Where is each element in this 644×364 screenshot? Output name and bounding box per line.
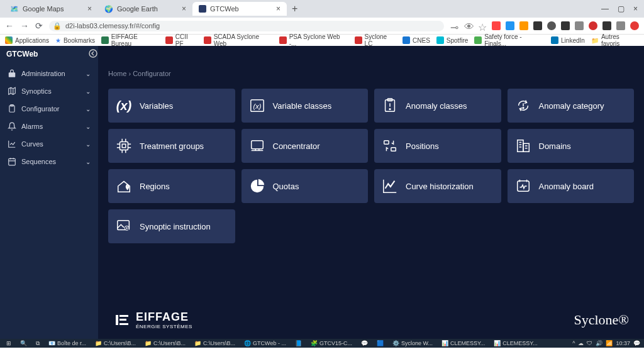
tab-google-earth[interactable]: 🌍 Google Earth × <box>98 2 192 16</box>
task-view-icon[interactable]: ⧉ <box>33 340 42 347</box>
taskbar-item[interactable]: 🌐GTCWeb - ... <box>242 340 289 346</box>
star-icon[interactable]: ☆ <box>478 21 487 30</box>
card-positions[interactable]: Positions <box>374 129 501 163</box>
card-variable-classes[interactable]: (x) Variable classes <box>242 89 369 123</box>
bookmark-psa[interactable]: PSA Syclone Web -... <box>279 33 348 47</box>
building-icon <box>515 138 531 154</box>
ext-icon[interactable] <box>616 21 625 30</box>
taskbar-item[interactable]: 🟦 <box>374 340 386 346</box>
tab-google-maps[interactable]: 🗺️ Google Maps × <box>4 2 98 16</box>
tray-icon[interactable]: ☁ <box>578 340 584 346</box>
clock[interactable]: 10:37 <box>616 340 630 346</box>
start-button[interactable]: ⊞ <box>4 340 14 346</box>
bookmark-scada[interactable]: SCADA Syclone Web <box>204 33 273 47</box>
close-icon[interactable]: × <box>87 4 92 13</box>
bookmark-safety[interactable]: Safety force - Finals... <box>474 33 545 47</box>
image-search-icon <box>116 218 132 234</box>
close-icon[interactable]: × <box>276 4 280 13</box>
taskbar-item[interactable]: 📧Boîte de r... <box>46 340 89 346</box>
notifications-icon[interactable]: 💬 <box>633 340 640 346</box>
back-button[interactable]: ← <box>5 21 14 31</box>
card-label: Treatment groups <box>140 141 204 151</box>
ext-icon[interactable] <box>589 21 597 30</box>
sidebar-item-alarms[interactable]: Alarms ⌄ <box>0 118 98 135</box>
breadcrumb-home[interactable]: Home <box>108 70 126 77</box>
card-quotas[interactable]: Quotas <box>242 169 369 203</box>
svg-rect-43 <box>119 319 126 321</box>
bookmark-syclone-lc[interactable]: Syclone LC <box>355 33 396 47</box>
fx-box-icon: (x) <box>249 97 265 114</box>
card-concentrator[interactable]: Concentrator <box>242 129 369 163</box>
ext-icon[interactable] <box>519 21 528 30</box>
close-window-icon[interactable]: × <box>633 4 638 13</box>
card-treatment-groups[interactable]: Treatment groups <box>108 129 235 163</box>
arrows-icon <box>382 138 398 154</box>
sidebar-item-sequences[interactable]: Sequences ⌄ <box>0 153 98 170</box>
ext-icon[interactable] <box>602 21 611 30</box>
bookmark-apps[interactable]: Applications <box>5 36 49 44</box>
card-variables[interactable]: (x) Variables <box>108 89 235 123</box>
sidebar-item-administration[interactable]: Administration ⌄ <box>0 65 98 82</box>
chart-wave-icon <box>382 178 398 194</box>
tray-icon[interactable]: 🛡 <box>587 340 592 346</box>
minimize-icon[interactable]: — <box>601 4 609 13</box>
taskbar-item[interactable]: 📁C:\Users\B... <box>192 340 238 346</box>
sidebar-item-synoptics[interactable]: Synoptics ⌄ <box>0 82 98 100</box>
gtcweb-favicon <box>199 5 206 13</box>
close-icon[interactable]: × <box>182 4 186 13</box>
ext-icon[interactable] <box>547 21 556 30</box>
ext-icon[interactable] <box>492 21 501 30</box>
tray-icon[interactable]: ^ <box>572 340 575 346</box>
url-input[interactable]: 🔒 d2i-labs03.clemessy.fr/#/config <box>49 21 444 31</box>
taskbar-item[interactable]: 💬 <box>358 340 370 346</box>
sidebar-item-label: Configurator <box>21 105 60 113</box>
bookmark-eiffage[interactable]: EIFFAGE Bureau <box>101 33 159 47</box>
taskbar-item[interactable]: 📁C:\Users\B... <box>142 340 188 346</box>
sidebar-item-configurator[interactable]: Configurator ⌄ <box>0 100 98 118</box>
bookmark-spotfire[interactable]: Spotfire <box>436 36 468 44</box>
bookmark-linkedin[interactable]: LinkedIn <box>551 36 585 44</box>
bookmark-overflow[interactable]: 📁Autres favoris <box>591 33 639 47</box>
bookmark-cnes[interactable]: CNES <box>402 36 430 44</box>
bookmark-bookmarks[interactable]: ★Bookmarks <box>55 37 95 44</box>
card-anomaly-board[interactable]: Anomaly board <box>508 169 635 203</box>
taskbar-item[interactable]: 🧩GTCV15-C... <box>308 340 355 346</box>
card-regions[interactable]: Regions <box>108 169 235 203</box>
card-synoptic-instruction[interactable]: Synoptic instruction <box>108 209 235 243</box>
taskbar-item[interactable]: 📘 <box>292 340 304 346</box>
system-tray: ^ ☁ 🛡 🔊 📶 10:37 💬 <box>572 340 640 346</box>
ext-icon[interactable] <box>506 21 514 30</box>
maximize-icon[interactable]: ▢ <box>618 4 625 13</box>
ext-icon[interactable] <box>533 21 542 30</box>
taskbar-item[interactable]: 📊CLEMESSY... <box>439 340 487 346</box>
card-anomaly-classes[interactable]: Anomaly classes <box>374 89 501 123</box>
window-controls: — ▢ × <box>601 4 644 13</box>
forward-button[interactable]: → <box>20 21 29 31</box>
taskbar-item[interactable]: 📁C:\Users\B... <box>92 340 138 346</box>
taskbar-item[interactable]: 📊CLEMESSY... <box>491 340 540 346</box>
avatar-icon[interactable] <box>630 21 639 30</box>
tray-icon[interactable]: 🔊 <box>596 340 602 346</box>
tab-strip: 🗺️ Google Maps × 🌍 Google Earth × GTCWeb… <box>0 0 644 18</box>
sidebar-item-curves[interactable]: Curves ⌄ <box>0 135 98 153</box>
new-tab-button[interactable]: + <box>287 3 303 14</box>
ext-icon[interactable] <box>561 21 570 30</box>
address-bar: ← → ⟳ 🔒 d2i-labs03.clemessy.fr/#/config … <box>0 18 644 34</box>
card-anomaly-category[interactable]: Anomaly category <box>508 89 635 123</box>
reload-button[interactable]: ⟳ <box>35 21 43 31</box>
card-curve-historization[interactable]: Curve historization <box>374 169 501 203</box>
main-content: Home › Configurator (x) Variables (x) Va… <box>98 46 644 339</box>
tray-icon[interactable]: 📶 <box>606 340 613 346</box>
eye-icon[interactable]: 👁 <box>464 21 473 30</box>
collapse-sidebar-icon[interactable] <box>88 48 98 60</box>
sidebar-item-label: Sequences <box>21 158 56 165</box>
ext-icon[interactable] <box>575 21 584 30</box>
search-icon[interactable]: 🔍 <box>18 340 30 346</box>
bookmark-ccii[interactable]: CCII PF <box>165 33 197 47</box>
card-label: Curve historization <box>406 182 474 191</box>
taskbar-item[interactable]: ⚙️Syclone W... <box>390 340 435 346</box>
chevron-down-icon: ⌄ <box>86 141 91 148</box>
tab-gtcweb[interactable]: GTCWeb × <box>192 2 287 16</box>
key-icon[interactable]: ⊸ <box>450 21 459 30</box>
card-domains[interactable]: Domains <box>508 129 635 163</box>
